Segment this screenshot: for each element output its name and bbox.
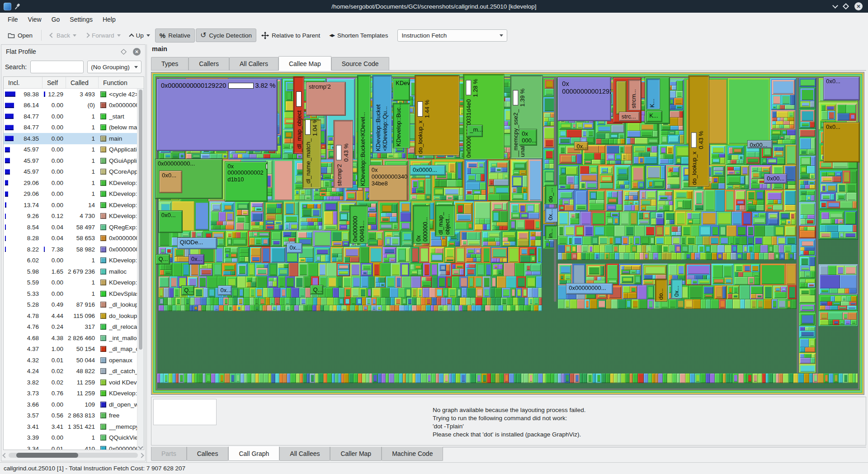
treemap-cell-do-lookup-x[interactable]: do_lookup_x1.44 %: [415, 75, 459, 156]
treemap-cell-dl-map-object[interactable]: dl_map_ object...: [435, 205, 455, 237]
table-vscrollbar[interactable]: [137, 89, 144, 450]
treemap-cell-0x0[interactable]: 0x0...: [823, 76, 859, 100]
treemap-cell-k[interactable]: K...: [646, 79, 660, 109]
treemap-cell-0x[interactable]: 0x...: [574, 142, 589, 150]
table-row-int-mallo[interactable]: 4.684.382 826 460_int_mallo: [4, 332, 137, 344]
table-row-kdevelop[interactable]: 5.590.001KDevelop::: [4, 277, 137, 289]
treemap-cell-qiode[interactable]: QIODe...: [177, 237, 217, 249]
treemap-cell-0x0[interactable]: 0x0...: [823, 122, 859, 162]
vscroll-thumb[interactable]: [139, 90, 142, 350]
treemap-cell-block[interactable]: [616, 81, 627, 115]
search-input[interactable]: [30, 61, 84, 73]
hscroll-thumb[interactable]: [16, 453, 78, 458]
relative-toggle[interactable]: % Relative: [155, 28, 195, 43]
table-row-dl-reloca[interactable]: 4.760.24317_dl_reloca: [4, 322, 137, 333]
table-row-kdevelop[interactable]: 6.020.001KDevelop::: [4, 255, 137, 266]
tab-call-graph[interactable]: Call Graph: [228, 446, 279, 461]
menu-settings[interactable]: Settings: [65, 14, 98, 25]
tab-callees[interactable]: Callees: [187, 447, 229, 461]
scroll-down-icon[interactable]: [138, 444, 143, 449]
table-row-free[interactable]: 3.570.562 863 813free: [4, 410, 137, 422]
table-row-qregexp[interactable]: 8.540.0458 497QRegExp::: [4, 222, 137, 233]
minimize-icon[interactable]: [832, 3, 838, 9]
treemap-cell-dl-name-match[interactable]: _dl_name_match_1.04 %: [302, 119, 321, 189]
treemap-cell-0x[interactable]: 0x...: [545, 208, 557, 222]
treemap-cell-kdevelop-buc[interactable]: KDevelop::Buc...: [393, 103, 410, 148]
menu-go[interactable]: Go: [47, 14, 65, 25]
treemap-cell-0x[interactable]: 0x...: [671, 279, 682, 299]
treemap-cell-m[interactable]: _m...: [467, 125, 483, 137]
treemap-cell-kdev[interactable]: KDev...: [393, 78, 410, 101]
open-button[interactable]: Open: [4, 29, 37, 42]
treemap-cell-0x[interactable]: 0x...: [189, 254, 204, 265]
tab-machine-code[interactable]: Machine Code: [382, 447, 443, 461]
treemap-cell-0x00000000[interactable]: 0x00000000...: [566, 283, 613, 294]
table-row-0x0000000[interactable]: 86.140.00(0)0x0000000: [4, 100, 137, 111]
forward-button[interactable]: Forward: [81, 29, 125, 42]
table-row-0x0000000[interactable]: 3.340.014100x0000000: [4, 443, 137, 450]
table-row-0x0000000[interactable]: 8.227.3858 9820x0000000: [4, 244, 137, 255]
treemap-cell-0x[interactable]: 0x...: [287, 243, 302, 253]
table-row-do-lookup[interactable]: 4.784.44115 096do_lookup: [4, 310, 137, 322]
table-row-kdevelop[interactable]: 3.730.7611 259KDevelop::: [4, 388, 137, 399]
tab-caller-map[interactable]: Caller Map: [330, 447, 382, 461]
treemap-cell-0x-000000[interactable]: 0x 000000...: [413, 205, 430, 243]
table-row-qcoreappl[interactable]: 45.970.001QCoreAppl: [4, 166, 137, 178]
tab-all-callers[interactable]: All Callers: [229, 57, 278, 70]
scroll-left-icon[interactable]: [2, 453, 7, 458]
treemap-cell-0x-00000000002-d1b10[interactable]: 0x 00000000002 d1b100.61 %: [225, 161, 268, 202]
treemap-cell-0x00[interactable]: 0x00...: [764, 174, 787, 183]
table-row-kdevelop[interactable]: 29.060.001KDevelop::: [4, 177, 137, 189]
treemap-cell-kdevelop-bucket-kdevelop-qu[interactable]: KDevelop::Bucket <KDevelop::Qu...: [373, 75, 392, 153]
treemap-cell-do[interactable]: do_...: [545, 185, 557, 204]
table-row-start[interactable]: 84.770.001_start: [4, 111, 137, 122]
table-row-main[interactable]: 84.350.001main: [4, 133, 137, 144]
maximize-icon[interactable]: [843, 3, 849, 9]
tab-callee-map[interactable]: Callee Map: [278, 56, 331, 71]
treemap-cell-0x0000[interactable]: 0x0000...: [410, 165, 446, 175]
close-icon[interactable]: ✕: [854, 2, 863, 10]
table-row-dl-open-w[interactable]: 3.660.00109dl_open_w: [4, 399, 137, 410]
treemap-cell-memcpy-sse2-unaligned[interactable]: __memcpy_sse2_ unaligned1.39 %: [510, 75, 542, 159]
table-row-kdevsplas[interactable]: 5.330.001KDevSplas: [4, 288, 137, 299]
treemap-cell-q[interactable]: Q...: [156, 254, 170, 265]
treemap-cell-strcmp-2[interactable]: strcmp'20.43 %: [334, 120, 353, 188]
grouping-select[interactable]: (No Grouping): [87, 61, 142, 73]
treemap-cell-0x-0000000000129220[interactable]: 0x 00000000001292201.14 %: [557, 77, 611, 121]
table-header[interactable]: Incl. Self Called Function: [4, 77, 144, 89]
treemap-cell-0x000000-00461[interactable]: 0x000000 00461...: [349, 205, 368, 243]
treemap-cell-0x[interactable]: 0x...: [218, 285, 232, 295]
tab-all-callees[interactable]: All Callees: [279, 447, 330, 461]
table-row-openaux[interactable]: 4.320.0150 044openaux: [4, 355, 137, 366]
table-row-malloc[interactable]: 5.981.652 679 236malloc: [4, 266, 137, 277]
treemap-cell-strcm[interactable]: strcm...: [628, 80, 641, 110]
table-row-dl-catch[interactable]: 4.240.0248 822_dl_catch_: [4, 366, 137, 377]
menu-file[interactable]: File: [3, 14, 23, 25]
tab-callers[interactable]: Callers: [189, 57, 229, 70]
table-row-qguiappli[interactable]: 45.970.001QGuiAppli: [4, 155, 137, 166]
table-row-kdevelop[interactable]: 9.260.124 730KDevelop::: [4, 211, 137, 222]
treemap-cell-0x-00000000340-34be8[interactable]: 0x 00000000340 34be8: [369, 165, 408, 201]
table-row-dl-map-o[interactable]: 4.371.0050 154_dl_map_o: [4, 344, 137, 355]
treemap-cell-0x0[interactable]: 0x0...: [159, 171, 182, 193]
table-row-qquickvie[interactable]: 3.390.001QQuickVie: [4, 432, 137, 444]
treemap-cell-0x-000[interactable]: 0x 000...: [519, 129, 537, 146]
scroll-right-icon[interactable]: [139, 453, 144, 458]
treemap-cell-do-lookup-x[interactable]: do_lookup_x0.43 %: [689, 76, 709, 187]
table-hscrollbar[interactable]: [3, 451, 143, 459]
tab-types[interactable]: Types: [151, 57, 189, 70]
treemap-cell-q[interactable]: Q...: [181, 285, 194, 295]
menu-help[interactable]: Help: [98, 14, 121, 25]
treemap-cell-strc[interactable]: strc...: [619, 112, 640, 121]
close-panel-icon[interactable]: ✕: [133, 48, 141, 56]
treemap-cell-q[interactable]: Q...: [310, 285, 323, 294]
relative-to-parent-button[interactable]: Relative to Parent: [257, 29, 324, 42]
back-button[interactable]: Back: [46, 29, 80, 42]
table-row-below-mai[interactable]: 84.770.001(below mai: [4, 122, 137, 133]
treemap-cell-0x000000000031d4e0[interactable]: 0x000000000031d4e01.28 %: [463, 74, 504, 160]
shorten-templates-button[interactable]: ◀▶ Shorten Templates: [325, 29, 392, 42]
table-row-0x0000000[interactable]: 8.280.0458 6530x0000000: [4, 233, 137, 244]
treemap-cell-0x0[interactable]: 0x0...: [159, 210, 183, 233]
tab-source-code[interactable]: Source Code: [331, 57, 389, 70]
event-type-select[interactable]: Instruction Fetch: [397, 29, 507, 42]
